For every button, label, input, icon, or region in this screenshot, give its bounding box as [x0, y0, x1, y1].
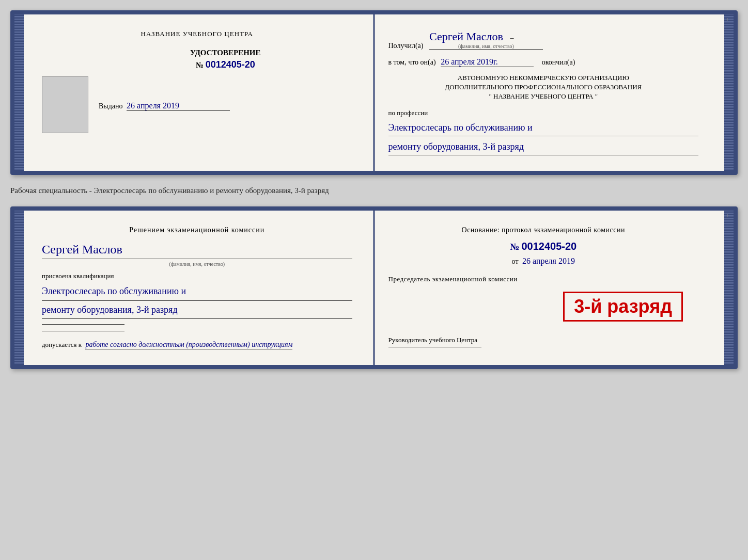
- bottom-right-spine: И а ← – –: [724, 211, 734, 364]
- person-name: Сергей Маслов: [42, 243, 352, 257]
- profession-label: по профессии: [388, 109, 699, 117]
- stamp-area: Председатель экзаменационной комиссии 3-…: [388, 275, 699, 327]
- top-certificate-card: НАЗВАНИЕ УЧЕБНОГО ЦЕНТРА УДОСТОВЕРЕНИЕ №…: [10, 10, 738, 175]
- qualification-value2: ремонту оборудования, 3-й разряд: [42, 301, 352, 319]
- bottom-right-half: Основание: протокол экзаменационной коми…: [370, 211, 725, 364]
- stamp-box: 3-й разряд: [563, 292, 683, 322]
- signature-line-2: [42, 331, 124, 331]
- qualification-value1: Электрослесарь по обслуживанию и: [42, 282, 352, 300]
- recipient-sublabel: (фамилия, имя, отчество): [429, 43, 543, 49]
- director-sig-line: [388, 347, 481, 347]
- certificate-number: 0012405-20: [206, 59, 255, 70]
- profession-value1: Электрослесарь по обслуживанию и: [388, 119, 699, 136]
- completion-date: 26 апреля 2019г.: [441, 57, 498, 66]
- mp-label: М.П.: [42, 126, 352, 135]
- top-left-half: НАЗВАНИЕ УЧЕБНОГО ЦЕНТРА УДОСТОВЕРЕНИЕ №…: [24, 14, 370, 171]
- name-sublabel: (фамилия, имя, отчество): [42, 261, 352, 267]
- signature-line-1: [42, 324, 124, 325]
- left-spine-strip: [14, 14, 24, 171]
- protocol-date-value: 26 апреля 2019: [522, 257, 575, 265]
- director-label: Руководитель учебного Центра: [388, 336, 699, 344]
- page-wrapper: НАЗВАНИЕ УЧЕБНОГО ЦЕНТРА УДОСТОВЕРЕНИЕ №…: [10, 10, 738, 369]
- certificate-label: УДОСТОВЕРЕНИЕ: [99, 49, 352, 57]
- right-chars: И а ← – –: [724, 14, 738, 24]
- chairman-pre-stamp: Председатель экзаменационной комиссии: [388, 275, 699, 283]
- basis-label: Основание: протокол экзаменационной коми…: [388, 226, 699, 234]
- stamp-text: 3-й разряд: [574, 297, 672, 316]
- bottom-left-spine: [14, 211, 24, 364]
- decision-label: Решением экзаменационной комиссии: [42, 226, 352, 234]
- right-spine-strip: И а ← – –: [724, 14, 734, 171]
- profession-value2: ремонту оборудования, 3-й разряд: [388, 138, 699, 155]
- org-line2: ДОПОЛНИТЕЛЬНОГО ПРОФЕССИОНАЛЬНОГО ОБРАЗО…: [388, 83, 699, 92]
- training-center-title: НАЗВАНИЕ УЧЕБНОГО ЦЕНТРА: [42, 30, 352, 38]
- org-line3: " НАЗВАНИЕ УЧЕБНОГО ЦЕНТРА ": [388, 92, 699, 101]
- issued-label: Выдано: [99, 102, 123, 110]
- protocol-date: от 26 апреля 2019: [388, 257, 699, 266]
- bottom-certificate-card: Решением экзаменационной комиссии Сергей…: [10, 206, 738, 369]
- bottom-left-half: Решением экзаменационной комиссии Сергей…: [24, 211, 370, 364]
- protocol-number-block: № 0012405-20: [388, 241, 699, 252]
- admission-value: работе согласно должностным (производств…: [85, 341, 292, 348]
- org-line1: АВТОНОМНУЮ НЕКОММЕРЧЕСКУЮ ОРГАНИЗАЦИЮ: [388, 73, 699, 83]
- bottom-right-chars: И а ← – –: [724, 211, 738, 220]
- date-line: в том, что он(а) 26 апреля 2019г. окончи…: [388, 57, 699, 67]
- recipient-name: Сергей Маслов: [429, 30, 503, 43]
- between-label: Рабочая специальность - Электрослесарь п…: [10, 184, 738, 197]
- number-prefix: №: [196, 61, 204, 70]
- top-right-half: Получил(а) Сергей Маслов – (фамилия, имя…: [370, 14, 725, 171]
- received-label: Получил(а) Сергей Маслов – (фамилия, имя…: [388, 30, 699, 50]
- issued-date: 26 апреля 2019: [127, 101, 179, 110]
- photo-placeholder: [42, 76, 88, 133]
- assigned-label: присвоена квалификация: [42, 272, 352, 280]
- admission-line: допускается к работе согласно должностны…: [42, 341, 352, 349]
- org-block: АВТОНОМНУЮ НЕКОММЕРЧЕСКУЮ ОРГАНИЗАЦИЮ ДО…: [388, 73, 699, 102]
- protocol-number: 0012405-20: [521, 241, 576, 252]
